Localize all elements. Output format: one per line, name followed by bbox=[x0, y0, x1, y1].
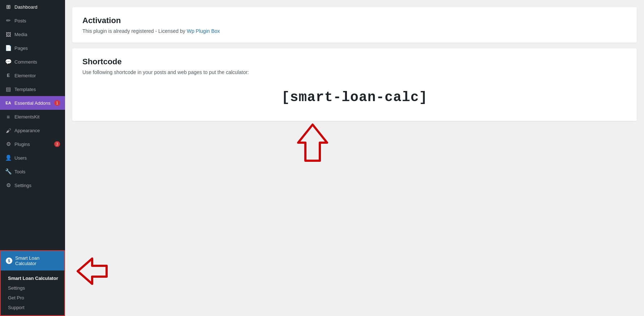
sidebar-item-label: Dashboard bbox=[14, 4, 38, 10]
sidebar-item-label: Essential Addons bbox=[14, 100, 51, 106]
pages-icon: 📄 bbox=[5, 45, 12, 51]
users-icon: 👤 bbox=[5, 155, 12, 161]
templates-icon: ▤ bbox=[5, 86, 12, 92]
svg-marker-0 bbox=[298, 125, 327, 161]
dashboard-icon: ⊞ bbox=[5, 4, 12, 10]
sidebar-item-plugins[interactable]: ⚙ Plugins 3 bbox=[0, 137, 65, 151]
sidebar-item-dashboard[interactable]: ⊞ Dashboard bbox=[0, 0, 65, 14]
sidebar-item-label: ElementsKit bbox=[14, 114, 39, 120]
essential-addons-badge: 1 bbox=[54, 100, 60, 106]
smart-loan-section: $ Smart Loan Calculator Smart Loan Calcu… bbox=[0, 250, 65, 316]
sidebar-item-tools[interactable]: 🔧 Tools bbox=[0, 165, 65, 178]
shortcode-title: Shortcode bbox=[82, 57, 627, 66]
elementskit-icon: ≡ bbox=[5, 113, 12, 120]
activation-text: This plugin is already registered - Lice… bbox=[82, 28, 627, 34]
activation-description: This plugin is already registered - Lice… bbox=[82, 28, 187, 34]
arrow-left bbox=[76, 257, 108, 287]
shortcode-card: Shortcode Use following shortcode in you… bbox=[72, 48, 637, 121]
plugins-icon: ⚙ bbox=[5, 141, 12, 147]
sidebar-item-templates[interactable]: ▤ Templates bbox=[0, 82, 65, 96]
sidebar-item-elementor[interactable]: E Elementor bbox=[0, 69, 65, 82]
settings-icon: ⚙ bbox=[5, 182, 12, 189]
arrow-up bbox=[296, 123, 329, 164]
sidebar-item-label: Media bbox=[14, 32, 27, 37]
sidebar-item-users[interactable]: 👤 Users bbox=[0, 151, 65, 165]
main-content: Activation This plugin is already regist… bbox=[65, 0, 644, 316]
sidebar-item-media[interactable]: 🖼 Media bbox=[0, 27, 65, 41]
sidebar: ⊞ Dashboard ✏ Posts 🖼 Media 📄 Pages 💬 Co… bbox=[0, 0, 65, 316]
shortcode-description: Use following shortcode in your posts an… bbox=[82, 69, 627, 75]
sidebar-item-posts[interactable]: ✏ Posts bbox=[0, 14, 65, 27]
sidebar-item-label: Plugins bbox=[14, 142, 30, 147]
sidebar-item-label: Tools bbox=[14, 169, 25, 174]
smart-loan-title-label: Smart Loan Calculator bbox=[15, 255, 59, 266]
sidebar-item-pages[interactable]: 📄 Pages bbox=[0, 41, 65, 55]
tools-icon: 🔧 bbox=[5, 168, 12, 175]
sidebar-item-label: Users bbox=[14, 155, 27, 161]
essential-addons-icon: EA bbox=[5, 100, 12, 106]
sidebar-item-elementskit[interactable]: ≡ ElementsKit bbox=[0, 110, 65, 124]
sidebar-item-label: Pages bbox=[14, 46, 28, 51]
media-icon: 🖼 bbox=[5, 31, 12, 38]
sidebar-item-label: Appearance bbox=[14, 128, 40, 133]
sidebar-item-label: Elementor bbox=[14, 73, 36, 78]
submenu-item-settings[interactable]: Settings bbox=[1, 283, 64, 293]
smart-loan-submenu: Smart Loan Calculator Settings Get Pro S… bbox=[1, 270, 64, 315]
sidebar-item-label: Comments bbox=[14, 59, 37, 65]
sidebar-item-comments[interactable]: 💬 Comments bbox=[0, 55, 65, 69]
submenu-item-support[interactable]: Support bbox=[1, 303, 64, 312]
submenu-item-get-pro[interactable]: Get Pro bbox=[1, 293, 64, 303]
sidebar-item-label: Settings bbox=[14, 183, 31, 188]
sidebar-item-label: Posts bbox=[14, 18, 26, 23]
shortcode-code: [smart-loan-calc] bbox=[82, 75, 627, 112]
svg-marker-1 bbox=[78, 259, 107, 284]
smart-loan-icon: $ bbox=[6, 257, 12, 264]
sidebar-item-appearance[interactable]: 🖌 Appearance bbox=[0, 124, 65, 137]
sidebar-item-essential-addons[interactable]: EA Essential Addons 1 bbox=[0, 96, 65, 110]
sidebar-item-label: Templates bbox=[14, 87, 36, 92]
plugins-badge: 3 bbox=[54, 141, 60, 147]
comments-icon: 💬 bbox=[5, 59, 12, 65]
submenu-item-smart-loan-calculator[interactable]: Smart Loan Calculator bbox=[1, 273, 64, 283]
posts-icon: ✏ bbox=[5, 17, 12, 24]
activation-card: Activation This plugin is already regist… bbox=[72, 7, 637, 43]
arrows-overlay bbox=[65, 0, 644, 316]
elementor-icon: E bbox=[5, 72, 12, 79]
sidebar-item-settings[interactable]: ⚙ Settings bbox=[0, 178, 65, 192]
smart-loan-menu-item[interactable]: $ Smart Loan Calculator bbox=[1, 251, 64, 270]
wp-plugin-box-link[interactable]: Wp Plugin Box bbox=[187, 28, 220, 34]
activation-title: Activation bbox=[82, 16, 627, 25]
appearance-icon: 🖌 bbox=[5, 127, 12, 134]
